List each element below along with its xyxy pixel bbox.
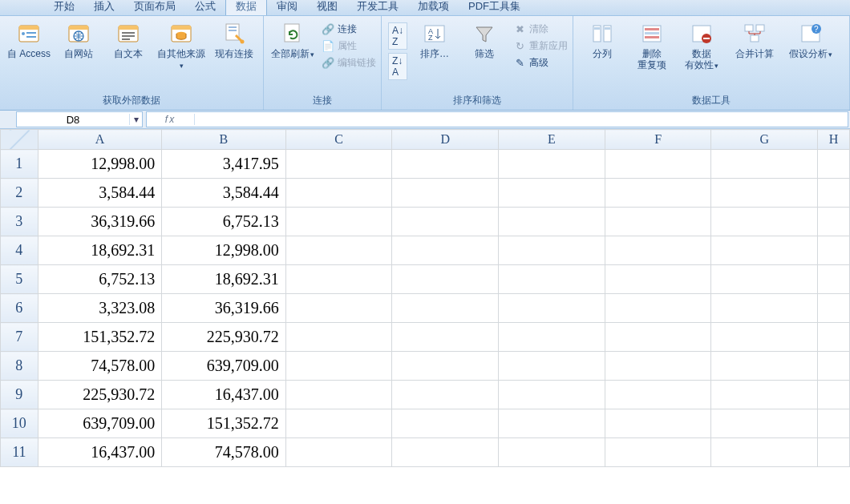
cell-H5[interactable]: [818, 265, 850, 294]
fx-icon[interactable]: fx: [147, 114, 195, 125]
cell-B1[interactable]: 3,417.95: [162, 150, 285, 179]
cell-A8[interactable]: 74,578.00: [38, 352, 161, 381]
cell-E8[interactable]: [499, 352, 605, 381]
row-header-11[interactable]: 11: [1, 438, 38, 467]
cell-G6[interactable]: [711, 294, 818, 323]
cell-F2[interactable]: [605, 179, 711, 208]
cell-D5[interactable]: [392, 265, 499, 294]
connections-button[interactable]: 🔗 连接: [322, 22, 376, 36]
cell-C11[interactable]: [285, 438, 392, 467]
cell-A5[interactable]: 6,752.13: [38, 265, 161, 294]
cell-D7[interactable]: [392, 323, 499, 352]
cell-E4[interactable]: [499, 236, 605, 265]
col-header-G[interactable]: G: [711, 130, 818, 150]
cell-B11[interactable]: 74,578.00: [162, 438, 285, 467]
properties-button[interactable]: 📄 属性: [322, 39, 376, 53]
cell-H9[interactable]: [818, 381, 850, 409]
cell-A6[interactable]: 3,323.08: [38, 294, 161, 323]
refresh-all-button[interactable]: 全部刷新▾: [269, 19, 317, 62]
cell-C8[interactable]: [285, 352, 392, 381]
cell-B9[interactable]: 16,437.00: [162, 381, 285, 409]
cell-E6[interactable]: [499, 294, 605, 323]
advanced-filter-button[interactable]: ✎ 高级: [513, 56, 568, 70]
col-header-A[interactable]: A: [38, 130, 161, 150]
col-header-F[interactable]: F: [605, 130, 711, 150]
tab-insert[interactable]: 插入: [84, 0, 124, 15]
cell-H4[interactable]: [818, 236, 850, 265]
cell-D9[interactable]: [392, 381, 499, 409]
remove-dup-button[interactable]: 删除 重复项: [628, 19, 676, 72]
cell-A7[interactable]: 151,352.72: [38, 323, 161, 352]
cell-G5[interactable]: [711, 265, 818, 294]
existing-conn-button[interactable]: 现有连接: [210, 19, 258, 61]
cell-H6[interactable]: [818, 294, 850, 323]
col-header-C[interactable]: C: [285, 130, 392, 150]
name-box[interactable]: D8 ▾: [16, 111, 143, 127]
edit-links-button[interactable]: 🔗 编辑链接: [322, 56, 376, 70]
col-header-B[interactable]: B: [162, 130, 285, 150]
cell-C6[interactable]: [285, 294, 392, 323]
cell-E10[interactable]: [499, 409, 605, 438]
row-header-8[interactable]: 8: [1, 352, 38, 381]
cell-C10[interactable]: [285, 409, 392, 438]
cell-F8[interactable]: [605, 352, 711, 381]
cell-A1[interactable]: 12,998.00: [38, 150, 161, 179]
from-other-button[interactable]: 自其他来源▾: [154, 19, 208, 73]
cell-G11[interactable]: [711, 438, 818, 467]
cell-F9[interactable]: [605, 381, 711, 409]
row-header-3[interactable]: 3: [1, 208, 38, 236]
tab-addin[interactable]: 加载项: [408, 0, 459, 15]
cell-A9[interactable]: 225,930.72: [38, 381, 161, 409]
cell-C3[interactable]: [285, 208, 392, 236]
whatif-button[interactable]: ? 假设分析▾: [783, 19, 838, 62]
cell-A2[interactable]: 3,584.44: [38, 179, 161, 208]
sort-button[interactable]: AZ 排序…: [411, 19, 459, 61]
row-header-1[interactable]: 1: [1, 150, 38, 179]
cell-E2[interactable]: [499, 179, 605, 208]
col-header-E[interactable]: E: [499, 130, 605, 150]
cell-H2[interactable]: [818, 179, 850, 208]
cell-F1[interactable]: [605, 150, 711, 179]
cell-B3[interactable]: 6,752.13: [162, 208, 285, 236]
formula-input[interactable]: [195, 114, 848, 126]
cell-D6[interactable]: [392, 294, 499, 323]
cell-G1[interactable]: [711, 150, 818, 179]
cell-C4[interactable]: [285, 236, 392, 265]
cell-C7[interactable]: [285, 323, 392, 352]
cell-C9[interactable]: [285, 381, 392, 409]
tab-start[interactable]: 开始: [44, 0, 84, 15]
row-header-7[interactable]: 7: [1, 323, 38, 352]
tab-formula[interactable]: 公式: [185, 0, 225, 15]
cell-H8[interactable]: [818, 352, 850, 381]
cell-B5[interactable]: 18,692.31: [162, 265, 285, 294]
cell-G8[interactable]: [711, 352, 818, 381]
cell-E3[interactable]: [499, 208, 605, 236]
cell-D2[interactable]: [392, 179, 499, 208]
tab-pdf[interactable]: PDF工具集: [459, 0, 530, 15]
cell-C1[interactable]: [285, 150, 392, 179]
data-validation-button[interactable]: 数据 有效性▾: [678, 19, 726, 73]
cells-table[interactable]: A B C D E F G H 112,998.003,417.9523,584…: [0, 129, 850, 467]
cell-D1[interactable]: [392, 150, 499, 179]
from-web-button[interactable]: 自网站: [55, 19, 103, 61]
cell-G10[interactable]: [711, 409, 818, 438]
cell-G9[interactable]: [711, 381, 818, 409]
cell-A4[interactable]: 18,692.31: [38, 236, 161, 265]
text-to-columns-button[interactable]: 分列: [578, 19, 626, 61]
select-all-corner[interactable]: [1, 130, 38, 150]
reapply-button[interactable]: ↻ 重新应用: [513, 39, 568, 53]
row-header-9[interactable]: 9: [1, 381, 38, 409]
cell-B4[interactable]: 12,998.00: [162, 236, 285, 265]
cell-D8[interactable]: [392, 352, 499, 381]
row-header-4[interactable]: 4: [1, 236, 38, 265]
row-header-5[interactable]: 5: [1, 265, 38, 294]
from-access-button[interactable]: 自 Access: [5, 19, 53, 61]
col-header-H[interactable]: H: [818, 130, 850, 150]
cell-E1[interactable]: [499, 150, 605, 179]
tab-layout[interactable]: 页面布局: [124, 0, 185, 15]
cell-A3[interactable]: 36,319.66: [38, 208, 161, 236]
cell-H3[interactable]: [818, 208, 850, 236]
cell-F10[interactable]: [605, 409, 711, 438]
cell-D10[interactable]: [392, 409, 499, 438]
cell-F6[interactable]: [605, 294, 711, 323]
